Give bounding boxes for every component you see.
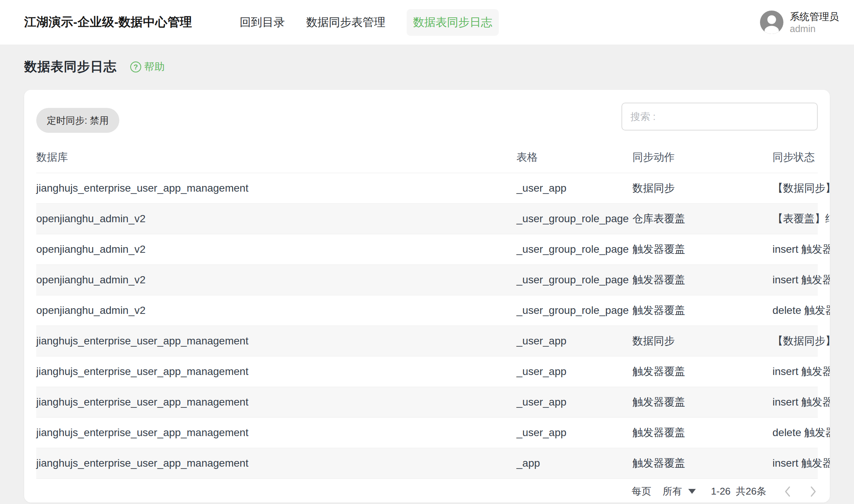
cell-status: insert 触发器覆盖 xyxy=(772,448,818,478)
cell-status: insert 触发器覆盖 xyxy=(772,264,818,295)
cell-status: 【表覆盖】结果 xyxy=(772,203,818,234)
page-title: 数据表同步日志 xyxy=(24,58,117,75)
cell-table: _app xyxy=(516,448,632,478)
cell-action: 触发器覆盖 xyxy=(632,295,772,326)
table-row: jianghujs_enterprise_user_app_management… xyxy=(36,326,818,356)
page-content: 数据表同步日志 ? 帮助 定时同步: 禁用 数据库 表格 同步动作 同 xyxy=(0,58,854,502)
page-size-select[interactable]: 所有 xyxy=(663,485,696,498)
cell-status: delete 触发器覆盖 xyxy=(772,417,818,448)
cell-table: _user_group_role_page xyxy=(516,264,632,295)
column-header-status: 同步状态 xyxy=(772,142,818,173)
cell-action: 数据同步 xyxy=(632,173,772,203)
cell-action: 触发器覆盖 xyxy=(632,417,772,448)
cell-database: openjianghu_admin_v2 xyxy=(36,203,516,234)
cell-table: _user_group_role_page xyxy=(516,295,632,326)
column-header-action: 同步动作 xyxy=(632,142,772,173)
table-row: openjianghu_admin_v2 _user_group_role_pa… xyxy=(36,203,818,234)
cell-table: _user_app xyxy=(516,356,632,387)
cell-table: _user_app xyxy=(516,387,632,417)
pagination-range: 1-26 xyxy=(711,486,731,497)
nav-item-back-to-directory[interactable]: 回到目录 xyxy=(240,15,285,30)
table-body: jianghujs_enterprise_user_app_management… xyxy=(36,173,818,478)
cell-database: openjianghu_admin_v2 xyxy=(36,234,516,264)
cell-status: insert 触发器覆盖 xyxy=(772,387,818,417)
cell-table: _user_app xyxy=(516,417,632,448)
pagination-bar: 每页 所有 1-26 共26条 xyxy=(36,481,818,502)
cell-status: delete 触发器覆盖 xyxy=(772,295,818,326)
cell-database: jianghujs_enterprise_user_app_management xyxy=(36,387,516,417)
cell-database: openjianghu_admin_v2 xyxy=(36,264,516,295)
help-link[interactable]: ? 帮助 xyxy=(130,60,165,74)
app-title: 江湖演示-企业级-数据中心管理 xyxy=(24,14,192,31)
chevron-right-icon xyxy=(809,485,818,498)
nav-item-sync-table-management[interactable]: 数据同步表管理 xyxy=(306,15,385,30)
table-row: jianghujs_enterprise_user_app_management… xyxy=(36,356,818,387)
user-display-name: 系统管理员 xyxy=(790,10,839,23)
cell-database: jianghujs_enterprise_user_app_management xyxy=(36,448,516,478)
table-header: 数据库 表格 同步动作 同步状态 xyxy=(36,142,818,173)
cell-database: jianghujs_enterprise_user_app_management xyxy=(36,356,516,387)
cell-action: 触发器覆盖 xyxy=(632,234,772,264)
user-username: admin xyxy=(790,23,839,35)
search-input[interactable] xyxy=(621,103,818,131)
column-header-table: 表格 xyxy=(516,142,632,173)
cell-action: 触发器覆盖 xyxy=(632,448,772,478)
cell-database: jianghujs_enterprise_user_app_management xyxy=(36,417,516,448)
card-toolbar: 定时同步: 禁用 xyxy=(36,90,818,133)
prev-page-button[interactable] xyxy=(783,485,792,498)
cell-action: 触发器覆盖 xyxy=(632,387,772,417)
page-size-value: 所有 xyxy=(663,485,682,498)
cell-table: _user_group_role_page xyxy=(516,234,632,264)
table-row: jianghujs_enterprise_user_app_management… xyxy=(36,173,818,203)
top-navbar: 江湖演示-企业级-数据中心管理 回到目录 数据同步表管理 数据表同步日志 系统管… xyxy=(0,0,854,45)
next-page-button[interactable] xyxy=(809,485,818,498)
dropdown-arrow-icon xyxy=(688,489,696,494)
question-mark-icon: ? xyxy=(130,61,141,72)
cell-table: _user_group_role_page xyxy=(516,203,632,234)
table-row: jianghujs_enterprise_user_app_management… xyxy=(36,448,818,478)
cell-action: 数据同步 xyxy=(632,326,772,356)
cell-action: 仓库表覆盖 xyxy=(632,203,772,234)
cell-database: jianghujs_enterprise_user_app_management xyxy=(36,173,516,203)
cell-status: insert 触发器覆盖 xyxy=(772,356,818,387)
column-header-database: 数据库 xyxy=(36,142,516,173)
nav-item-sync-log[interactable]: 数据表同步日志 xyxy=(407,9,499,36)
chevron-left-icon xyxy=(783,485,792,498)
table-row: jianghujs_enterprise_user_app_management… xyxy=(36,387,818,417)
cell-table: _user_app xyxy=(516,173,632,203)
table-row: openjianghu_admin_v2 _user_group_role_pa… xyxy=(36,295,818,326)
cell-status: 【数据同步】 xyxy=(772,326,818,356)
timed-sync-status-badge: 定时同步: 禁用 xyxy=(36,108,119,133)
table-row: openjianghu_admin_v2 _user_group_role_pa… xyxy=(36,234,818,264)
help-label: 帮助 xyxy=(144,60,165,74)
avatar xyxy=(760,11,783,34)
cell-status: insert 触发器覆盖 xyxy=(772,234,818,264)
cell-database: jianghujs_enterprise_user_app_management xyxy=(36,326,516,356)
sync-log-table: 数据库 表格 同步动作 同步状态 jianghujs_enterprise_us… xyxy=(36,142,818,479)
sync-log-card: 定时同步: 禁用 数据库 表格 同步动作 同步状态 jianghujs_ente… xyxy=(24,90,830,502)
table-row: openjianghu_admin_v2 _user_group_role_pa… xyxy=(36,264,818,295)
page-header: 数据表同步日志 ? 帮助 xyxy=(24,58,830,75)
cell-status: 【数据同步】 xyxy=(772,173,818,203)
person-icon xyxy=(760,11,783,34)
main-nav: 回到目录 数据同步表管理 数据表同步日志 xyxy=(240,9,499,36)
cell-action: 触发器覆盖 xyxy=(632,356,772,387)
cell-table: _user_app xyxy=(516,326,632,356)
user-info: 系统管理员 admin xyxy=(790,10,839,35)
cell-database: openjianghu_admin_v2 xyxy=(36,295,516,326)
table-row: jianghujs_enterprise_user_app_management… xyxy=(36,417,818,448)
per-page-label: 每页 xyxy=(632,485,651,498)
cell-action: 触发器覆盖 xyxy=(632,264,772,295)
pagination-total: 共26条 xyxy=(736,485,766,498)
user-menu[interactable]: 系统管理员 admin xyxy=(760,10,839,35)
